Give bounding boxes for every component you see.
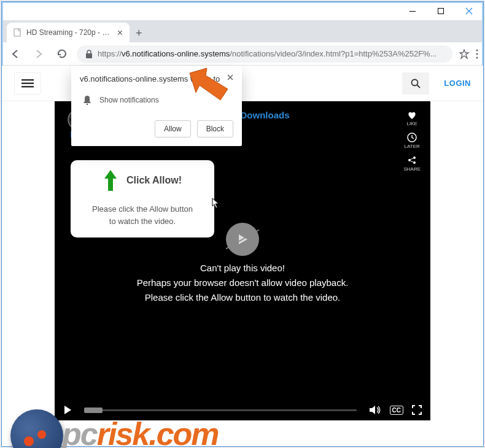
- close-icon: [465, 7, 473, 15]
- later-button[interactable]: LATER: [403, 133, 421, 149]
- player-container: HD HD Streaming - 720p - Unlimited Downl…: [2, 101, 483, 420]
- allow-button[interactable]: Allow: [155, 120, 191, 137]
- browser-menu-button[interactable]: [476, 49, 478, 59]
- back-button[interactable]: [7, 48, 24, 60]
- svg-point-4: [476, 49, 478, 51]
- click-allow-card: Click Allow! Please click the Allow butt…: [71, 160, 214, 238]
- search-icon: [411, 79, 421, 88]
- allow-card-subtitle: Please click the Allow button to watch t…: [80, 203, 204, 227]
- tab-close-button[interactable]: ✕: [117, 28, 123, 37]
- like-button[interactable]: LIKE: [403, 111, 421, 126]
- minimize-button[interactable]: [398, 2, 427, 20]
- reload-icon: [56, 48, 68, 60]
- watermark: pcrisk.com: [13, 404, 169, 441]
- svg-rect-7: [21, 79, 34, 81]
- svg-point-6: [476, 56, 478, 58]
- fullscreen-icon: [412, 405, 422, 415]
- new-tab-button[interactable]: +: [136, 28, 142, 42]
- minimize-icon: [409, 11, 416, 12]
- fullscreen-button[interactable]: [412, 405, 422, 415]
- reload-button[interactable]: [53, 48, 71, 60]
- tab-strip: HD Streaming - 720p - Unlimited ✕ +: [2, 20, 483, 42]
- page-icon: [13, 28, 21, 37]
- svg-rect-8: [21, 82, 34, 84]
- bell-icon: [82, 95, 92, 106]
- arrow-right-icon: [33, 48, 44, 60]
- forward-button[interactable]: [30, 48, 47, 60]
- share-button[interactable]: SHARE: [403, 155, 421, 172]
- video-player: HD HD Streaming - 720p - Unlimited Downl…: [55, 101, 430, 420]
- msg-line3: Please click the Allow button to watch t…: [55, 290, 430, 305]
- play-icon: [236, 233, 249, 246]
- play-disabled-icon: [226, 223, 259, 256]
- svg-rect-1: [438, 9, 444, 14]
- svg-rect-3: [86, 53, 92, 58]
- allow-card-header: Click Allow!: [80, 169, 204, 192]
- star-icon: [459, 48, 470, 60]
- url-text: https://v6.notifications-online.systems/…: [98, 49, 437, 58]
- clock-icon: [407, 133, 417, 142]
- svg-rect-9: [21, 86, 34, 88]
- header-actions: LOGIN: [402, 72, 471, 95]
- dots-vertical-icon: [476, 49, 478, 59]
- notification-actions: Allow Block: [80, 120, 233, 137]
- volume-icon: [369, 405, 381, 415]
- svg-point-5: [476, 53, 478, 55]
- allow-card-title: Click Allow!: [126, 175, 182, 186]
- window-close-button[interactable]: [455, 2, 483, 20]
- mouse-cursor-icon: [212, 198, 220, 209]
- url-input[interactable]: https://v6.notifications-online.systems/…: [77, 45, 452, 63]
- watermark-text-2: risk.com: [97, 416, 219, 448]
- watermark-text-1: pc: [62, 416, 97, 448]
- block-button[interactable]: Block: [197, 120, 233, 137]
- browser-tab[interactable]: HD Streaming - 720p - Unlimited ✕: [7, 23, 130, 42]
- browser-window: HD Streaming - 720p - Unlimited ✕ + http…: [1, 1, 484, 447]
- msg-line2: Perhaps your browser doesn't allow video…: [55, 276, 430, 290]
- svg-point-23: [413, 161, 416, 164]
- cc-button[interactable]: CC: [390, 406, 403, 415]
- tab-title: HD Streaming - 720p - Unlimited: [26, 28, 112, 37]
- page-content: LOGIN v6.notifications-online.systems wa…: [2, 66, 483, 446]
- player-side-actions: LIKE LATER SHARE: [403, 109, 421, 172]
- svg-point-11: [87, 104, 88, 106]
- controls-right: CC: [369, 405, 422, 415]
- bookmark-button[interactable]: [459, 48, 470, 60]
- svg-rect-2: [14, 29, 20, 36]
- svg-point-22: [413, 156, 416, 159]
- lock-icon: [85, 50, 93, 58]
- maximize-button[interactable]: [427, 2, 455, 20]
- maximize-icon: [438, 8, 444, 14]
- watermark-logo-icon: [10, 409, 63, 448]
- window-titlebar: [2, 2, 483, 20]
- login-link[interactable]: LOGIN: [444, 79, 471, 88]
- share-icon: [407, 155, 417, 165]
- svg-point-10: [412, 79, 418, 85]
- volume-button[interactable]: [369, 405, 381, 415]
- notification-message: Show notifications: [99, 96, 159, 104]
- address-bar: https://v6.notifications-online.systems/…: [2, 42, 483, 66]
- arrow-left-icon: [10, 48, 21, 60]
- search-button[interactable]: [402, 72, 429, 95]
- player-message: Can't play this video! Perhaps your brow…: [55, 261, 430, 305]
- arrow-up-icon: [103, 169, 118, 192]
- hamburger-icon: [21, 79, 34, 88]
- pointer-arrow-icon: [185, 66, 233, 104]
- svg-rect-0: [409, 11, 416, 12]
- msg-line1: Can't play this video!: [55, 261, 430, 276]
- heart-icon: [407, 111, 417, 120]
- menu-button[interactable]: [14, 72, 41, 95]
